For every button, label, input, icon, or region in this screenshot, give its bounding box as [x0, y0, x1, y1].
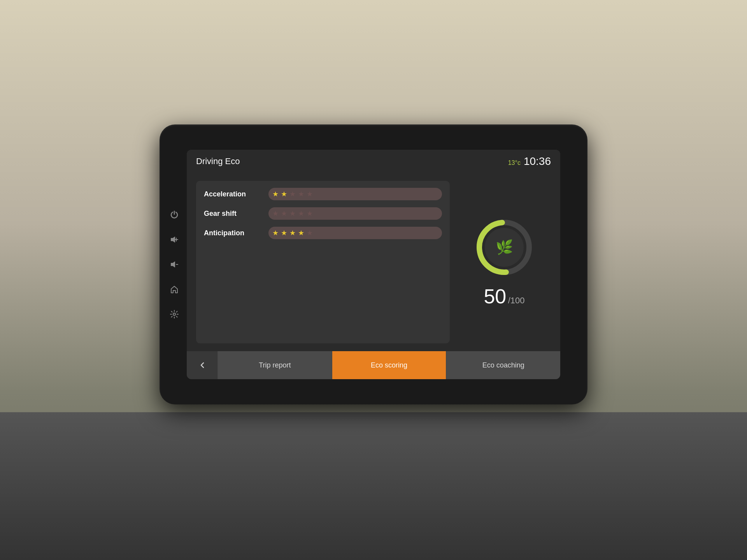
anticipation-label: Anticipation	[204, 229, 262, 237]
gauge-center: 🌿	[485, 228, 524, 267]
star-2: ★	[281, 229, 287, 237]
star-4: ★	[298, 190, 304, 198]
acceleration-label: Acceleration	[204, 190, 262, 198]
svg-marker-3	[171, 261, 175, 268]
acceleration-row: Acceleration ★ ★ ★ ★ ★	[204, 188, 442, 200]
header-right: 13°c 10:36	[508, 155, 551, 168]
gear-shift-stars: ★ ★ ★ ★ ★	[268, 207, 442, 220]
volume-up-button[interactable]	[167, 233, 181, 247]
star-5: ★	[307, 229, 313, 237]
star-3: ★	[289, 229, 296, 237]
star-1: ★	[272, 229, 279, 237]
bezel-left-buttons	[167, 208, 181, 321]
tab-eco-scoring[interactable]: Eco scoring	[332, 351, 447, 379]
tab-eco-coaching-label: Eco coaching	[482, 361, 524, 369]
screen-title: Driving Eco	[196, 156, 240, 166]
star-1: ★	[272, 209, 279, 218]
tab-bar: Trip report Eco scoring Eco coaching	[187, 351, 560, 379]
acceleration-stars: ★ ★ ★ ★ ★	[268, 188, 442, 200]
anticipation-stars: ★ ★ ★ ★ ★	[268, 227, 442, 239]
star-3: ★	[289, 209, 296, 218]
star-2: ★	[281, 190, 287, 198]
gear-shift-row: Gear shift ★ ★ ★ ★ ★	[204, 207, 442, 220]
star-1: ★	[272, 190, 279, 198]
clock-display: 10:36	[524, 155, 551, 168]
settings-button[interactable]	[167, 307, 181, 321]
score-number: 50	[484, 285, 506, 308]
metrics-panel: Acceleration ★ ★ ★ ★ ★ Gear shift	[196, 181, 450, 343]
svg-point-5	[173, 313, 175, 315]
dashboard-background: Driving Eco 13°c 10:36 Acceleration	[0, 0, 747, 560]
screen-content: Driving Eco 13°c 10:36 Acceleration	[187, 150, 560, 379]
gauge-panel: 🌿 50 /100	[458, 181, 551, 343]
back-button[interactable]	[187, 351, 218, 379]
gear-shift-label: Gear shift	[204, 210, 262, 218]
anticipation-row: Anticipation ★ ★ ★ ★ ★	[204, 227, 442, 239]
tab-eco-coaching[interactable]: Eco coaching	[446, 351, 560, 379]
star-5: ★	[307, 190, 313, 198]
star-5: ★	[307, 209, 313, 218]
tab-trip-report-label: Trip report	[259, 361, 291, 369]
tab-eco-scoring-label: Eco scoring	[371, 361, 407, 369]
star-3: ★	[289, 190, 296, 198]
eco-gauge: 🌿	[473, 216, 535, 278]
leaf-icon: 🌿	[496, 239, 513, 256]
home-button[interactable]	[167, 282, 181, 296]
screen-body: Acceleration ★ ★ ★ ★ ★ Gear shift	[187, 173, 560, 351]
power-button[interactable]	[167, 208, 181, 222]
star-4: ★	[298, 209, 304, 218]
score-display: 50 /100	[484, 285, 524, 308]
tab-trip-report[interactable]: Trip report	[218, 351, 332, 379]
temperature-display: 13°c	[508, 159, 521, 166]
dashboard-bottom-panel	[0, 412, 747, 560]
infotainment-unit: Driving Eco 13°c 10:36 Acceleration	[160, 124, 587, 404]
volume-down-button[interactable]	[167, 257, 181, 271]
star-4: ★	[298, 229, 304, 237]
screen-header: Driving Eco 13°c 10:36	[187, 150, 560, 173]
star-2: ★	[281, 209, 287, 218]
screen: Driving Eco 13°c 10:36 Acceleration	[187, 150, 560, 379]
score-max: /100	[508, 296, 525, 305]
